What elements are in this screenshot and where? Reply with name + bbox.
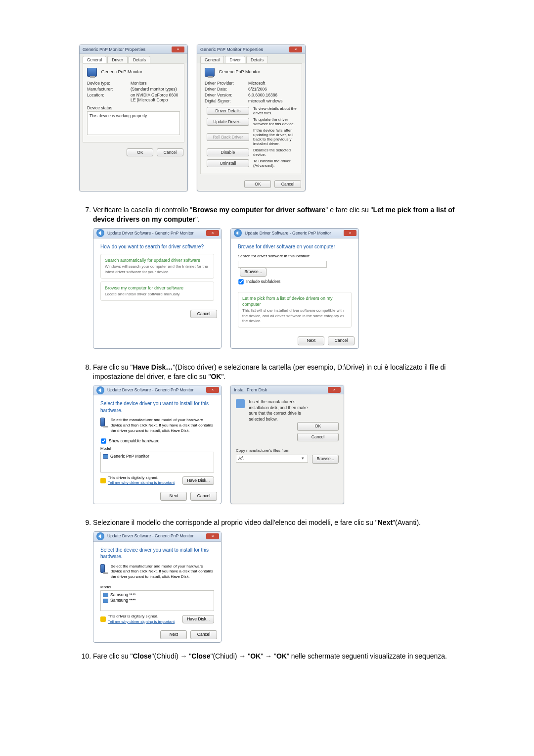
dialog-title: Install From Disk [234, 387, 267, 393]
signing-link[interactable]: Tell me why driver signing is important [108, 480, 175, 485]
ok-button[interactable]: OK [127, 148, 153, 156]
tab-general[interactable]: General [200, 56, 224, 63]
device-name: Generic PnP Monitor [219, 69, 260, 74]
device-name: Generic PnP Monitor [101, 69, 142, 74]
step-7: Verificare la casella di controllo "Brow… [93, 205, 475, 349]
tab-driver[interactable]: Driver [225, 56, 245, 63]
tab-driver[interactable]: Driver [107, 56, 128, 63]
cancel-button[interactable]: Cancel [190, 492, 217, 500]
have-disk-button[interactable]: Have Disk... [182, 476, 214, 485]
dialog-title: Generic PnP Monitor Properties [83, 47, 145, 52]
close-icon[interactable]: × [172, 47, 184, 52]
signing-link[interactable]: Tell me why driver signing is important [108, 619, 175, 624]
back-icon[interactable] [96, 386, 104, 394]
wizard-heading: Browse for driver software on your compu… [238, 243, 352, 250]
cancel-button[interactable]: Cancel [297, 433, 339, 441]
device-status-box: This device is working properly. [87, 111, 180, 135]
close-icon[interactable]: × [344, 230, 356, 236]
monitor-icon [205, 68, 215, 77]
step-9: Selezionare il modello che corrisponde a… [93, 518, 475, 643]
close-icon[interactable]: × [289, 47, 302, 52]
option-auto-search[interactable]: Search automatically for updated driver … [100, 254, 214, 279]
back-icon[interactable] [96, 532, 104, 540]
chevron-down-icon: ▾ [300, 456, 306, 461]
include-subfolders-checkbox[interactable] [238, 279, 243, 284]
close-icon[interactable]: × [206, 230, 219, 236]
disable-button[interactable]: Disable [207, 148, 249, 156]
close-icon[interactable]: × [206, 387, 219, 393]
uninstall-button[interactable]: Uninstall [207, 159, 249, 167]
cancel-button[interactable]: Cancel [190, 310, 217, 318]
option-pick-from-list[interactable]: Let me pick from a list of device driver… [238, 292, 352, 328]
cancel-button[interactable]: Cancel [328, 336, 355, 345]
wizard-select-driver: × Update Driver Software - Generic PnP M… [93, 385, 222, 504]
tab-general[interactable]: General [83, 56, 106, 63]
monitor-icon [87, 68, 97, 77]
wizard-heading: Select the device driver you want to ins… [100, 400, 214, 414]
monitor-icon [103, 599, 108, 603]
floppy-icon [236, 399, 245, 408]
dialog-title: Generic PnP Monitor Properties [200, 47, 263, 52]
option-browse-computer[interactable]: Browse my computer for driver software L… [100, 282, 214, 301]
wizard-select-model: × Update Driver Software - Generic PnP M… [93, 531, 222, 643]
model-list[interactable]: Generic PnP Monitor [100, 452, 214, 472]
update-driver-button[interactable]: Update Driver... [207, 118, 249, 126]
path-input[interactable] [238, 261, 327, 268]
monitor-icon [100, 564, 105, 573]
tab-details[interactable]: Details [129, 56, 150, 63]
close-icon[interactable]: × [206, 533, 219, 539]
step-8: Fare clic su "Have Disk…"(Disco driver) … [93, 363, 475, 504]
shield-icon [100, 616, 106, 622]
props-general: Generic PnP Monitor Properties × General… [79, 45, 188, 191]
browse-button[interactable]: Browse... [240, 268, 267, 276]
wizard-search-method: × Update Driver Software - Generic PnP M… [93, 228, 222, 349]
monitor-icon [103, 454, 108, 459]
shield-icon [100, 478, 106, 483]
props-driver: Generic PnP Monitor Properties × General… [197, 45, 306, 191]
ok-button[interactable]: OK [297, 422, 339, 430]
browse-button[interactable]: Browse... [312, 455, 339, 463]
step-10: Fare clic su "Close"(Chiudi) → "Close"(C… [93, 652, 475, 661]
ok-button[interactable]: OK [244, 180, 271, 188]
wizard-browse-location: × Update Driver Software - Generic PnP M… [230, 228, 359, 349]
back-icon[interactable] [96, 229, 104, 237]
close-icon[interactable]: × [328, 387, 341, 393]
rollback-driver-button[interactable]: Roll Back Driver [207, 133, 249, 141]
driver-details-button[interactable]: Driver Details [207, 107, 249, 115]
cancel-button[interactable]: Cancel [190, 630, 217, 639]
cancel-button[interactable]: Cancel [274, 180, 301, 188]
have-disk-button[interactable]: Have Disk... [182, 615, 214, 623]
next-button[interactable]: Next [298, 336, 324, 345]
back-icon[interactable] [234, 229, 242, 237]
next-button[interactable]: Next [160, 630, 187, 639]
monitor-icon [100, 418, 105, 426]
device-status-label: Device status [87, 105, 180, 110]
next-button[interactable]: Next [160, 492, 187, 500]
copy-from-select[interactable]: A:\▾ [236, 455, 308, 463]
wizard-heading: Select the device driver you want to ins… [100, 547, 214, 560]
model-list[interactable]: Samsung **** Samsung **** [100, 590, 214, 611]
cancel-button[interactable]: Cancel [157, 148, 183, 156]
wizard-heading: How do you want to search for driver sof… [100, 243, 214, 250]
install-from-disk-dialog: Install From Disk× Insert the manufactur… [230, 385, 344, 504]
monitor-icon [103, 593, 108, 597]
tab-details[interactable]: Details [246, 56, 268, 63]
show-compatible-checkbox[interactable] [101, 438, 106, 443]
